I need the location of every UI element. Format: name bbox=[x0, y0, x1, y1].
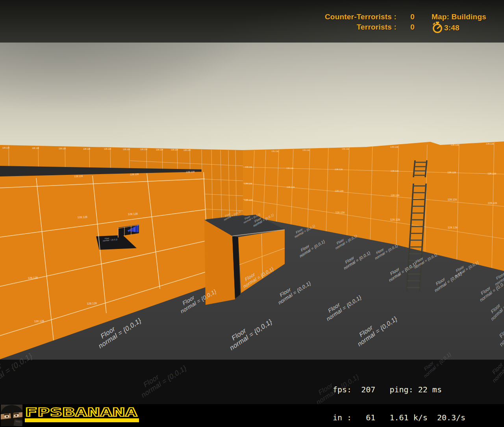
texture-coord-label: 128.128 bbox=[335, 211, 345, 214]
texture-coord-label: 128.128 bbox=[391, 170, 398, 172]
texture-coord-label: 128.128 bbox=[59, 147, 66, 150]
texture-coord-label: 128.128 bbox=[287, 186, 295, 188]
t-score: 0 bbox=[397, 23, 415, 31]
texture-coord-label: 128.128 bbox=[447, 198, 457, 201]
texture-coord-label: 128.128 bbox=[487, 202, 497, 204]
texture-coord-label: 128.128 bbox=[244, 199, 253, 201]
hud-scoreboard: Counter-Terrorists : 0 Terrorists : 0 Ma… bbox=[0, 0, 504, 43]
texture-coord-label: 128.128 bbox=[140, 148, 147, 150]
texture-coord-label: 128.128 bbox=[183, 149, 191, 151]
texture-coord-label: 128.128 bbox=[487, 173, 496, 175]
ct-score-row: Counter-Terrorists : 0 bbox=[325, 13, 415, 21]
texture-coord-label: 128.128 bbox=[83, 148, 90, 150]
fpsbanana-watermark: FPSBANANA bbox=[1, 405, 142, 426]
texture-coord-label: 128.128 bbox=[2, 147, 9, 149]
cs-player-avatar-icon bbox=[1, 405, 22, 426]
ct-score: 0 bbox=[397, 13, 415, 21]
texture-coord-label: 128.128 bbox=[302, 149, 309, 151]
stopwatch-icon bbox=[432, 22, 443, 33]
texture-coord-label: 128.128 bbox=[74, 175, 83, 178]
team-scores: Counter-Terrorists : 0 Terrorists : 0 bbox=[0, 13, 415, 31]
netgraph-line-fps: fps: 207 ping: 22 ms bbox=[333, 385, 465, 395]
map-info: Map: Buildings 3:48 bbox=[432, 13, 486, 33]
texture-coord-label: 128.128 bbox=[77, 215, 87, 219]
texture-coord-label: 128.128 bbox=[486, 143, 494, 145]
texture-coord-label: 128.128 bbox=[128, 212, 138, 215]
texture-coord-label: 128.128 bbox=[32, 147, 39, 149]
map-name: Map: Buildings bbox=[432, 13, 486, 21]
texture-coord-label: 128.128 bbox=[34, 319, 44, 323]
t-label: Terrorists : bbox=[357, 23, 397, 31]
texture-coord-label: 128.128 bbox=[286, 167, 293, 169]
netgraph-line-in: in : 61 1.61 k/s 20.3/s bbox=[333, 413, 465, 423]
texture-coord-label: 128.128 bbox=[130, 173, 139, 176]
t-score-row: Terrorists : 0 bbox=[357, 23, 415, 31]
logo-underline bbox=[25, 418, 139, 422]
round-timer: 3:48 bbox=[432, 22, 486, 33]
texture-coord-label: 128.128 bbox=[448, 226, 458, 229]
ct-label: Counter-Terrorists : bbox=[325, 13, 397, 21]
texture-coord-label: 128.128 bbox=[244, 182, 252, 185]
texture-coord-label: 128.128 bbox=[186, 171, 195, 173]
texture-coord-label: 128.128 bbox=[335, 190, 343, 192]
texture-coord-label: 128.128 bbox=[335, 168, 343, 171]
timer-value: 3:48 bbox=[444, 24, 460, 32]
texture-coord-label: 128.128 bbox=[390, 218, 400, 221]
texture-coord-label: 128.128 bbox=[156, 149, 163, 151]
texture-coord-label: 128.128 bbox=[28, 276, 38, 279]
game-viewport[interactable]: 128.128128.128128.128128.128128.128128.1… bbox=[0, 0, 504, 427]
texture-coord-label: 128.128 bbox=[390, 146, 398, 148]
texture-coord-label: 128.128 bbox=[123, 148, 130, 150]
fpsbanana-logo-text: FPSBANANA bbox=[25, 406, 137, 419]
texture-coord-label: 128.128 bbox=[271, 150, 278, 152]
texture-coord-label: 128.128 bbox=[245, 166, 252, 168]
fpsbanana-logo: FPSBANANA bbox=[24, 406, 142, 425]
texture-coord-label: 128.128 bbox=[87, 302, 97, 305]
texture-coord-label: 128.128 bbox=[171, 149, 178, 151]
texture-coord-label: 128.128 bbox=[447, 171, 456, 174]
texture-coord-label: 128.128 bbox=[104, 148, 111, 150]
texture-coord-label: 128.128 bbox=[391, 194, 399, 197]
netgraph-overlay: fps: 207 ping: 22 ms in : 61 1.61 k/s 20… bbox=[333, 367, 465, 427]
texture-coord-label: 128.128 bbox=[342, 148, 349, 150]
texture-coord-label: 128.128 bbox=[451, 144, 459, 146]
